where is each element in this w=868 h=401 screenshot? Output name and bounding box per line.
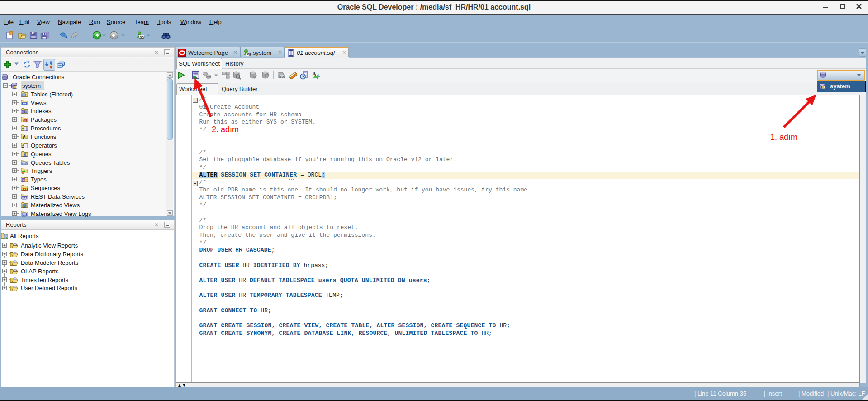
svg-text:a: a — [317, 72, 319, 77]
svg-text:SQL: SQL — [280, 76, 285, 78]
svg-text:SQL: SQL — [140, 36, 145, 38]
svg-text:9: 9 — [25, 179, 27, 182]
svg-text:A: A — [23, 179, 25, 182]
svg-text:SQL: SQL — [247, 53, 251, 56]
svg-text:REST: REST — [22, 197, 28, 199]
svg-text:A: A — [312, 71, 317, 77]
svg-text:123: 123 — [22, 187, 28, 191]
